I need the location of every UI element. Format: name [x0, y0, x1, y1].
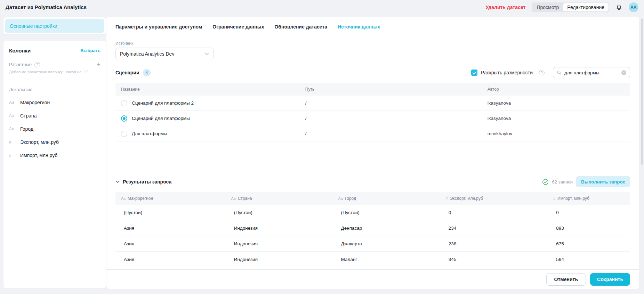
tab-dataset-update[interactable]: Обновление датасета — [274, 24, 327, 30]
table-row-selected[interactable]: Сценарий для платформы / lkasyanova — [115, 111, 630, 126]
text-type-icon: Аа — [231, 196, 236, 201]
scrollbar-track[interactable] — [641, 17, 643, 289]
text-type-icon: Аа — [121, 196, 126, 201]
source-select[interactable]: Polymatica Analytics Dev — [115, 48, 214, 60]
table-row: АзияИндонезияДжакарта238675 — [115, 236, 630, 252]
results-title: Результаты запроса — [123, 179, 171, 185]
question-icon[interactable]: ? — [539, 70, 545, 75]
columns-title: Колонки — [9, 48, 31, 54]
calculated-label: Расчетные — [9, 62, 32, 67]
radio-button[interactable] — [121, 100, 127, 106]
topbar: Датасет из Polymatica Analytics Удалить … — [0, 0, 644, 14]
column-item-import[interactable]: # Импорт, млн,руб — [9, 153, 100, 158]
text-type-icon: Аа — [9, 113, 15, 118]
search-icon — [557, 70, 562, 75]
cancel-button[interactable]: Отменить — [546, 273, 586, 286]
tab-bar: Параметры и управление доступом Ограниче… — [115, 24, 380, 35]
save-button[interactable]: Сохранить — [590, 273, 630, 286]
header-path: Путь — [300, 87, 482, 92]
source-label: Источник — [115, 41, 630, 46]
text-type-icon: Аа — [9, 126, 15, 131]
main-panel: Параметры и управление доступом Ограниче… — [106, 17, 639, 289]
source-select-value: Polymatica Analytics Dev — [120, 51, 174, 57]
footer: Отменить Сохранить — [106, 269, 639, 289]
number-type-icon: # — [446, 196, 448, 201]
scenarios-count-badge: 3 — [143, 69, 151, 76]
header-author: Автор — [482, 87, 630, 92]
results-header-row: Результаты запроса 62 записи Выполнить з… — [115, 176, 630, 187]
scrollbar-thumb[interactable] — [641, 19, 643, 165]
column-item-gorod[interactable]: Аа Город — [9, 126, 100, 132]
mode-edit-button[interactable]: Редактирование — [563, 3, 609, 11]
chevron-down-icon — [115, 180, 120, 183]
mode-view-button[interactable]: Просмотр — [532, 3, 563, 11]
tab-data-source[interactable]: Источник данных — [338, 24, 380, 30]
number-type-icon: # — [553, 196, 555, 201]
text-type-icon: Аа — [338, 196, 343, 201]
table-row[interactable]: Сценарий для платформы 2 / lkasyanova — [115, 96, 630, 111]
column-item-strana[interactable]: Аа Страна — [9, 113, 100, 119]
sidebar-item-main-settings[interactable]: Основные настройки — [5, 19, 104, 33]
column-item-eksport[interactable]: # Экспорт, млн.руб — [9, 139, 100, 145]
table-row: (Пустой)(Пустой)(Пустой)00 — [115, 205, 630, 220]
scenario-search: ✕ — [553, 67, 630, 78]
number-type-icon: # — [9, 153, 15, 158]
column-item-makroregion[interactable]: Аа Макрорегион — [9, 100, 100, 105]
tab-data-restriction[interactable]: Ограничение данных — [212, 24, 264, 30]
mode-switch: Просмотр Редактирование — [532, 2, 609, 12]
sidebar-nav-card: Основные настройки — [3, 17, 106, 34]
sidebar: Основные настройки Колонки Выбрать Расче… — [3, 17, 106, 288]
sidebar-divider — [3, 81, 106, 81]
topbar-actions: Удалить датасет Просмотр Редактирование … — [485, 2, 638, 12]
notifications-bell-icon[interactable] — [615, 4, 622, 11]
chevron-down-icon — [205, 52, 209, 55]
clear-search-icon[interactable]: ✕ — [621, 70, 626, 75]
radio-button[interactable] — [121, 131, 127, 137]
header-name: Название — [115, 87, 300, 92]
table-row: АзияИндонезияМаланг345564 — [115, 252, 630, 267]
table-row[interactable]: Для платформы / mmikhaylov — [115, 126, 630, 141]
avatar[interactable]: АА — [629, 2, 638, 12]
tab-params-access[interactable]: Параметры и управление доступом — [115, 24, 202, 30]
expand-dimensions-checkbox[interactable] — [471, 70, 477, 76]
results-table-header: АаМакрорегион АаСтрана АаГород #Экспорт,… — [115, 192, 630, 205]
search-input[interactable] — [564, 70, 619, 75]
results-table: АаМакрорегион АаСтрана АаГород #Экспорт,… — [115, 192, 630, 267]
records-count: 62 записи — [552, 179, 573, 185]
calculated-hint: Добавьте расчетную колонку, нажав на “+” — [9, 70, 100, 74]
table-row: АзияИндонезияДенпасар234893 — [115, 220, 630, 236]
columns-panel: Колонки Выбрать Расчетные ? + Добавьте р… — [3, 41, 106, 288]
number-type-icon: # — [9, 140, 15, 145]
scenarios-header-row: Сценарии 3 Раскрыть размерности ? ✕ — [115, 67, 630, 78]
page: Датасет из Polymatica Analytics Удалить … — [0, 0, 644, 294]
success-check-icon — [542, 179, 549, 185]
question-icon[interactable]: ? — [34, 62, 40, 67]
scenarios-table-header: Название Путь Автор — [115, 83, 630, 96]
page-title: Датасет из Polymatica Analytics — [6, 4, 87, 10]
local-columns-label: Локальные — [9, 87, 100, 92]
scenarios-table: Название Путь Автор Сценарий для платфор… — [115, 83, 630, 141]
text-type-icon: Аа — [9, 100, 15, 105]
add-calculated-column-button[interactable]: + — [97, 61, 100, 68]
run-query-button[interactable]: Выполнить запрос — [576, 176, 630, 187]
results-collapse-toggle[interactable]: Результаты запроса — [115, 179, 171, 185]
delete-dataset-button[interactable]: Удалить датасет — [485, 5, 525, 10]
expand-dimensions-label: Раскрыть размерности — [481, 70, 533, 75]
scenarios-title: Сценарии — [115, 70, 139, 75]
columns-select-link[interactable]: Выбрать — [80, 48, 100, 53]
radio-button-checked[interactable] — [121, 115, 127, 122]
